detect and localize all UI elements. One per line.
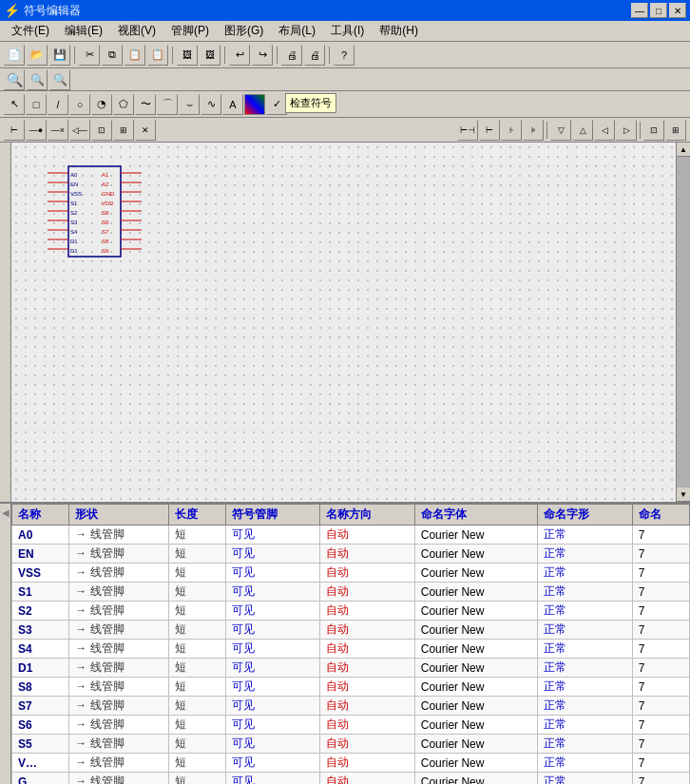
pin-tb-btn6[interactable]: ⊞ <box>113 120 134 141</box>
wave-tool[interactable]: ∿ <box>201 94 221 115</box>
table-row[interactable]: EN → 线管脚 短 可见 自动 Courier New 正常 7 <box>12 545 690 564</box>
menu-edit[interactable]: 编辑(E) <box>57 21 110 41</box>
cell-direction: 自动 <box>320 621 414 640</box>
cell-num: 7 <box>632 716 689 735</box>
zoom-in-btn[interactable]: 🔍 <box>4 69 25 90</box>
cell-length: 短 <box>168 697 225 716</box>
open-btn[interactable]: 📂 <box>27 45 48 66</box>
zigzag-tool[interactable]: 〜 <box>135 94 156 115</box>
pin-tool-j[interactable]: ⊞ <box>665 120 686 141</box>
copy-btn[interactable]: ⧉ <box>102 45 123 66</box>
cell-style: 正常 <box>538 564 632 583</box>
pin-tb-btn1[interactable]: ⊢ <box>4 120 25 141</box>
menu-view[interactable]: 视图(V) <box>110 21 163 41</box>
table-row[interactable]: VSS → 线管脚 短 可见 自动 Courier New 正常 7 <box>12 564 690 583</box>
table-scroll[interactable]: 名称 形状 长度 符号管脚 名称方向 命名字体 命名字形 命名 A0 → 线管脚… <box>11 504 690 784</box>
cut-btn[interactable]: ✂ <box>79 45 100 66</box>
close-button[interactable]: ✕ <box>669 3 686 18</box>
table-row[interactable]: S8 → 线管脚 短 可见 自动 Courier New 正常 7 <box>12 678 690 697</box>
pin-tool-c[interactable]: ⊦ <box>501 120 522 141</box>
redo-btn[interactable]: ↪ <box>252 45 273 66</box>
col-header-name: 名称 <box>12 505 69 526</box>
save-btn[interactable]: 💾 <box>49 45 70 66</box>
table-row[interactable]: S4 → 线管脚 短 可见 自动 Courier New 正常 7 <box>12 640 690 659</box>
line-tool[interactable]: / <box>48 94 68 115</box>
paste-btn[interactable]: 📋 <box>125 45 145 66</box>
table-row[interactable]: S3 → 线管脚 短 可见 自动 Courier New 正常 7 <box>12 621 690 640</box>
table-row[interactable]: G… → 线管脚 短 可见 自动 Courier New 正常 7 <box>12 773 690 785</box>
cell-pin: 可见 <box>226 526 320 545</box>
img2-btn[interactable]: 🖼 <box>200 45 220 66</box>
table-row[interactable]: S7 → 线管脚 短 可见 自动 Courier New 正常 7 <box>12 697 690 716</box>
menu-file[interactable]: 文件(E) <box>4 21 57 41</box>
print1-btn[interactable]: 🖨 <box>281 45 302 66</box>
pin-tool-h[interactable]: ▷ <box>616 120 637 141</box>
cell-length: 短 <box>168 564 225 583</box>
cell-font: Courier New <box>414 716 538 735</box>
table-row[interactable]: S5 → 线管脚 短 可见 自动 Courier New 正常 7 <box>12 735 690 754</box>
pin-tool-b[interactable]: ⊢ <box>479 120 500 141</box>
component-drawing: A0 A1 EN A2 VSS GND S1 VDD S2 S8 <box>40 162 154 276</box>
pin-tool-e[interactable]: ▽ <box>550 120 571 141</box>
color-tool[interactable] <box>244 94 265 115</box>
menu-shape[interactable]: 图形(G) <box>217 21 271 41</box>
pin-tb-btn4[interactable]: ◁— <box>69 120 90 141</box>
pin-toolbar: ⊢ —● —× ◁— ⊡ ⊞ ✕ ⊢⊣ ⊢ ⊦ ⊧ ▽ △ ◁ ▷ ⊡ ⊞ <box>0 118 690 143</box>
menu-help[interactable]: 帮助(H) <box>372 21 426 41</box>
menu-pin[interactable]: 管脚(P) <box>163 21 217 41</box>
select-tool[interactable]: ↖ <box>4 94 25 115</box>
curve1-tool[interactable]: ⌒ <box>157 94 178 115</box>
col-header-style: 命名字形 <box>538 505 632 526</box>
scroll-up-btn[interactable]: ▲ <box>677 143 691 157</box>
img1-btn[interactable]: 🖼 <box>177 45 198 66</box>
cell-shape: → 线管脚 <box>69 621 169 640</box>
svg-text:S6: S6 <box>102 220 109 225</box>
cell-pin: 可见 <box>226 773 320 785</box>
undo-btn[interactable]: ↩ <box>229 45 250 66</box>
curve2-tool[interactable]: ⌣ <box>179 94 200 115</box>
svg-text:VSS: VSS <box>70 191 82 197</box>
rect-tool[interactable]: □ <box>26 94 47 115</box>
help-btn[interactable]: ? <box>334 45 355 66</box>
scroll-track-v[interactable] <box>677 157 691 488</box>
circle-tool[interactable]: ○ <box>69 94 90 115</box>
cell-length: 短 <box>168 678 225 697</box>
menu-tools[interactable]: 工具(I) <box>323 21 372 41</box>
pin-tb-btn2[interactable]: —● <box>26 120 47 141</box>
pin-tool-d[interactable]: ⊧ <box>523 120 544 141</box>
svg-text:GND: GND <box>102 191 115 197</box>
svg-text:S8: S8 <box>102 210 109 216</box>
scroll-down-btn[interactable]: ▼ <box>677 488 691 502</box>
pin-tool-i[interactable]: ⊡ <box>643 120 664 141</box>
paste2-btn[interactable]: 📋 <box>147 45 168 66</box>
arc-tool[interactable]: ◔ <box>91 94 112 115</box>
text-tool[interactable]: A <box>222 94 243 115</box>
poly-tool[interactable]: ⬠ <box>113 94 134 115</box>
zoom-out-btn[interactable]: 🔍 <box>27 69 48 90</box>
table-row[interactable]: D1 → 线管脚 短 可见 自动 Courier New 正常 7 <box>12 659 690 678</box>
cell-shape: → 线管脚 <box>69 754 169 773</box>
pin-tool-f[interactable]: △ <box>572 120 593 141</box>
cell-num: 7 <box>632 773 689 785</box>
pin-tb-close[interactable]: ✕ <box>135 120 156 141</box>
pin-tool-g[interactable]: ◁ <box>594 120 615 141</box>
zoom-fit-btn[interactable]: 🔍 <box>49 69 70 90</box>
cell-font: Courier New <box>414 678 538 697</box>
canvas-area[interactable]: A0 A1 EN A2 VSS GND S1 VDD S2 S8 <box>11 143 676 502</box>
cell-length: 短 <box>168 735 225 754</box>
table-row[interactable]: V… → 线管脚 短 可见 自动 Courier New 正常 7 <box>12 754 690 773</box>
table-row[interactable]: S6 → 线管脚 短 可见 自动 Courier New 正常 7 <box>12 716 690 735</box>
maximize-button[interactable]: □ <box>650 3 667 18</box>
pin-tb-btn3[interactable]: —× <box>48 120 68 141</box>
pin-tool-a[interactable]: ⊢⊣ <box>457 120 478 141</box>
new-btn[interactable]: 📄 <box>4 45 25 66</box>
cell-length: 短 <box>168 621 225 640</box>
print2-btn[interactable]: 🖨 <box>304 45 325 66</box>
menu-layout[interactable]: 布局(L) <box>271 21 323 41</box>
pin-tb-btn5[interactable]: ⊡ <box>91 120 112 141</box>
table-row[interactable]: S1 → 线管脚 短 可见 自动 Courier New 正常 7 <box>12 583 690 602</box>
table-row[interactable]: S2 → 线管脚 短 可见 自动 Courier New 正常 7 <box>12 602 690 621</box>
minimize-button[interactable]: — <box>631 3 648 18</box>
check-tool[interactable]: ✓ <box>266 94 287 115</box>
table-row[interactable]: A0 → 线管脚 短 可见 自动 Courier New 正常 7 <box>12 526 690 545</box>
